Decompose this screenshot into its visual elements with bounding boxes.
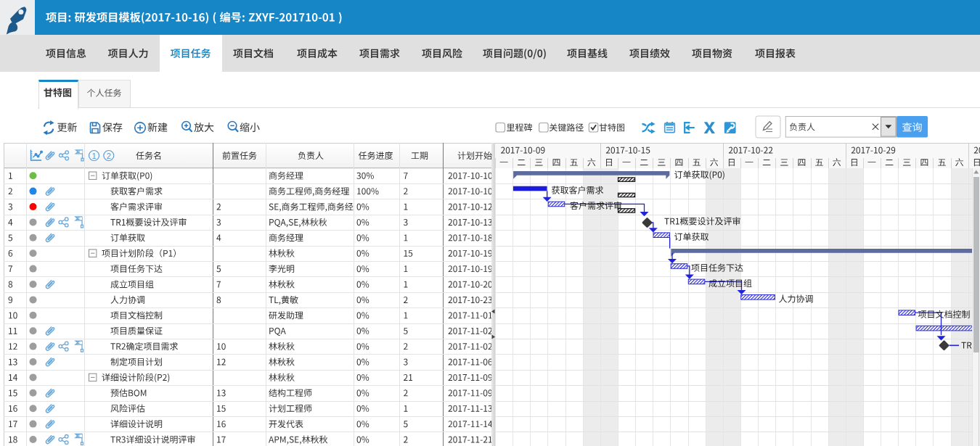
svg-text:1: 1	[91, 152, 96, 160]
svg-text:2: 2	[107, 152, 111, 160]
